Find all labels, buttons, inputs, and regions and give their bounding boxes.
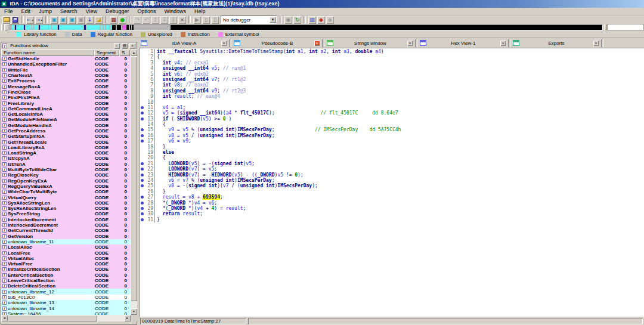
code-line[interactable]: 11 v4 = a1; <box>140 105 644 110</box>
function-row[interactable]: fVirtualQueryCODE0 <box>1 194 131 200</box>
function-row[interactable]: fGetStdHandleCODE0 <box>1 56 131 61</box>
function-row[interactable]: fGetModuleFileNameACODE0 <box>1 117 131 122</box>
tab-hex-view-1[interactable]: Hex View-1× <box>418 39 507 48</box>
toolbar-step-into-button[interactable]: ↷ <box>134 16 141 24</box>
toolbar-jump-back-button[interactable]: ←▾ <box>26 16 34 24</box>
toolbar-run-until-return-button[interactable]: ↥ <box>151 16 159 24</box>
vscroll-thumb[interactable] <box>131 57 137 301</box>
scroll-up-icon[interactable]: ▲ <box>131 49 137 56</box>
function-row[interactable]: fFindFirstFileACODE0 <box>1 95 131 100</box>
hscroll-thumb[interactable] <box>8 315 97 321</box>
tab-close-icon[interactable]: × <box>593 41 599 46</box>
function-row[interactable]: fLeaveCriticalSectionCODE0 <box>1 278 131 283</box>
scroll-right-icon[interactable]: ► <box>124 315 131 321</box>
function-row[interactable]: fRegCloseKeyCODE0 <box>1 172 131 178</box>
code-line[interactable]: 31} <box>140 217 644 222</box>
code-line[interactable]: 2{ <box>140 54 644 60</box>
toolbar-flow-chart-button[interactable]: ◆ <box>317 16 325 24</box>
menu-jump[interactable]: Jump <box>35 8 56 16</box>
pseudocode-view[interactable]: 1int __fastcall Sysutils::DateTimeToTime… <box>139 48 644 317</box>
code-line[interactable]: 30 return result; <box>140 211 644 216</box>
toolbar-pause-process-button[interactable]: ▯ <box>202 16 210 24</box>
scroll-down-icon[interactable]: ▼ <box>131 308 137 315</box>
code-line[interactable]: 20 { <box>140 155 644 160</box>
function-row[interactable]: fGetCurrentThreadIdCODE0 <box>1 228 131 233</box>
function-row[interactable]: fsub_4013C0CODE0 <box>1 295 131 300</box>
function-row[interactable]: fCharNextACODE0 <box>1 73 131 78</box>
menu-view[interactable]: View <box>82 8 101 16</box>
toolbar-windows-list-button[interactable]: ▣ <box>77 16 85 24</box>
code-line[interactable]: 26 } <box>140 189 644 194</box>
toolbar-cancel-debug-button[interactable]: × <box>178 16 186 24</box>
function-row[interactable]: fVirtualFreeCODE0 <box>1 261 131 267</box>
code-line[interactable]: 7 int v8; // eax@2 <box>140 82 644 88</box>
function-row[interactable]: fSysReAllocStringLenCODE0 <box>1 206 131 211</box>
combo-dropdown-icon[interactable]: ▼ <box>270 17 276 23</box>
code-line[interactable]: 10 <box>140 100 644 105</box>
tab-ida-view-a[interactable]: IDA View-A× <box>139 39 228 48</box>
menu-file[interactable]: File <box>0 8 17 16</box>
toolbar-open-subview-2-button[interactable]: ▣ <box>59 16 67 24</box>
toolbar-attach-process-button[interactable]: ◉ <box>284 16 292 24</box>
code-line[interactable]: 9 int result; // eax@4 <box>140 94 644 99</box>
column-header-function-name[interactable]: Function name <box>1 49 94 56</box>
toolbar-open-charts-button[interactable]: ▥ <box>308 16 316 24</box>
panel-close-button[interactable]: × <box>129 43 135 49</box>
toolbar-jump-address-button[interactable]: ↓ <box>86 16 94 24</box>
function-row[interactable]: fGetProcAddressCODE0 <box>1 128 131 134</box>
code-line[interactable]: 24 v6 = v7 % (unsigned int)IMSecsPerDay; <box>140 178 644 183</box>
toolbar-run-to-cursor-button[interactable]: ↧ <box>160 16 168 24</box>
function-row[interactable]: fVirtualAllocCODE0 <box>1 256 131 261</box>
code-line[interactable]: 18 } <box>140 144 644 150</box>
panel-float-button[interactable]: ▤ <box>122 43 128 49</box>
menu-options[interactable]: Options <box>133 8 160 16</box>
function-row[interactable]: fGetStartupInfoACODE0 <box>1 134 131 139</box>
function-row[interactable]: fLoadStringACODE0 <box>1 150 131 156</box>
toolbar-pause-debug-button[interactable]: ∥ <box>169 16 177 24</box>
scroll-left-icon[interactable]: ◄ <box>1 315 8 321</box>
function-row[interactable]: fLocalAllocCODE0 <box>1 244 131 250</box>
tab-exports[interactable]: Exports× <box>511 39 600 48</box>
function-row[interactable]: fDeleteCriticalSectionCODE0 <box>1 283 131 289</box>
code-line[interactable]: 23 HIDWORD(v7) = -HIDWORD(v5) - ((_DWORD… <box>140 172 644 178</box>
code-line[interactable]: 21 LODWORD(v5) = -(signed int)v5; <box>140 161 644 166</box>
toolbar-stop-process-button[interactable]: ▯ <box>211 16 219 24</box>
function-row[interactable]: flstrcpynACODE0 <box>1 156 131 161</box>
tab-close-icon[interactable]: × <box>221 41 227 46</box>
function-row[interactable]: fFindCloseCODE0 <box>1 89 131 95</box>
toolbar-set-colors-button[interactable]: ◪ <box>95 16 103 24</box>
toolbar-call-graph-button[interactable]: ◆ <box>326 16 334 24</box>
function-row[interactable]: fFreeLibraryCODE0 <box>1 100 131 106</box>
menu-windows[interactable]: Windows <box>160 8 191 16</box>
code-line[interactable]: 28 *(_DWORD *)v4 = v6; <box>140 200 644 206</box>
column-header-segment[interactable]: Segment <box>94 49 119 56</box>
function-row[interactable]: fRegQueryValueExACODE0 <box>1 184 131 189</box>
toolbar-jump-forward-button[interactable]: →▾ <box>35 16 43 24</box>
code-line[interactable]: 8 unsigned __int64 v9; // rt2@3 <box>140 88 644 94</box>
function-row[interactable]: fUnhandledExceptionFilterCODE0 <box>1 61 131 67</box>
code-line[interactable]: 25 v8 = -(signed int)(v7 / (unsigned int… <box>140 183 644 188</box>
function-row[interactable]: funknown_libname_12CODE0 <box>1 289 131 294</box>
function-row[interactable]: fSysFreeStringCODE0 <box>1 211 131 216</box>
toolbar-save-button[interactable] <box>11 16 19 24</box>
tab-close-icon[interactable]: × <box>314 41 320 46</box>
function-row[interactable]: fWideCharToMultiByteCODE0 <box>1 189 131 194</box>
debugger-select[interactable]: No debugger▼ <box>221 16 277 24</box>
toolbar-open-file-button[interactable] <box>2 16 10 24</box>
function-row[interactable]: fMessageBoxACODE0 <box>1 83 131 89</box>
code-line[interactable]: 29 *(_DWORD *)(v4 + 4) = result; <box>140 206 644 211</box>
code-line[interactable]: 13 if ( SHIDWORD(v5) >= 0 ) <box>140 116 644 122</box>
function-list-hscrollbar[interactable]: ◄ ► <box>1 315 131 321</box>
toolbar-take-snapshot-button[interactable]: ▦ <box>110 16 117 24</box>
panel-maximize-button[interactable]: ▫ <box>114 43 120 49</box>
function-row[interactable]: funknown_libname_14CODE0 <box>1 305 131 311</box>
function-row[interactable]: fMultiByteToWideCharCODE0 <box>1 167 131 172</box>
function-row[interactable]: fGetLocaleInfoACODE0 <box>1 112 131 117</box>
function-row[interactable]: fGetModuleHandleACODE0 <box>1 123 131 128</box>
code-line[interactable]: 19 else <box>140 150 644 155</box>
code-line[interactable]: 4 unsigned __int64 v5; // rax@1 <box>140 66 644 71</box>
function-row[interactable]: fInterlockedDecrementCODE0 <box>1 222 131 228</box>
code-line[interactable]: 17 v6 = v9; <box>140 138 644 144</box>
code-line[interactable]: 22 LODWORD(v7) = v5; <box>140 166 644 172</box>
function-row[interactable]: fGetVersionCODE0 <box>1 234 131 239</box>
